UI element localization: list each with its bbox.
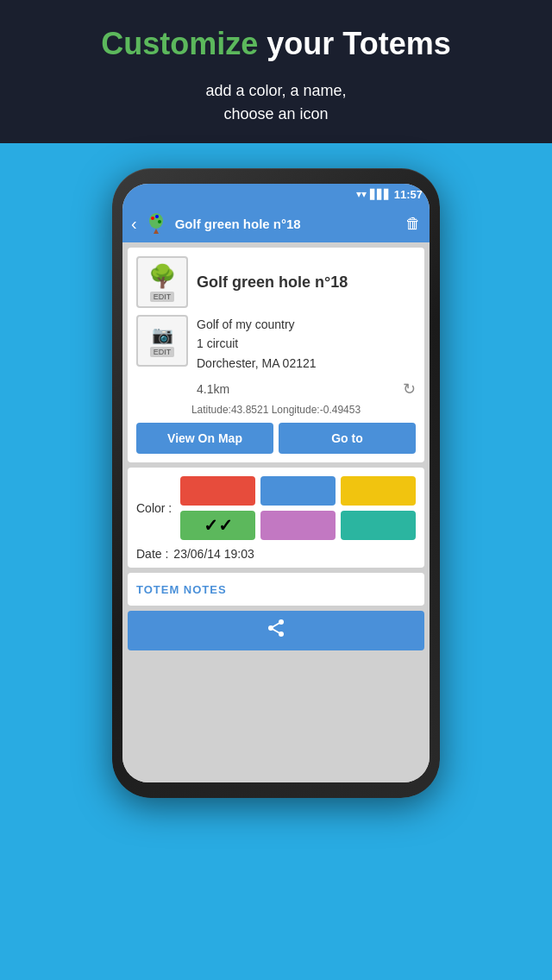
app-bar-icon bbox=[144, 211, 168, 236]
color-swatch-4[interactable] bbox=[260, 511, 336, 540]
address-line1: Golf of my country bbox=[197, 317, 295, 331]
svg-line-8 bbox=[271, 622, 281, 628]
date-value: 23/06/14 19:03 bbox=[173, 547, 254, 561]
color-label: Color : bbox=[136, 501, 172, 515]
address-line3: Dorchester, MA 02121 bbox=[197, 356, 317, 370]
color-swatch-2[interactable] bbox=[341, 476, 416, 506]
back-button[interactable]: ‹ bbox=[131, 214, 137, 234]
date-row: Date : 23/06/14 19:03 bbox=[136, 547, 416, 561]
color-swatch-5[interactable] bbox=[341, 511, 416, 540]
top-banner: Customize your Totems add a color, a nam… bbox=[0, 0, 552, 143]
banner-subtitle-line2: choose an icon bbox=[223, 105, 328, 122]
color-swatch-0[interactable] bbox=[180, 476, 255, 506]
color-swatch-1[interactable] bbox=[260, 476, 336, 506]
color-card: Color : ✓ Date : 23/06/14 19:03 bbox=[128, 468, 424, 568]
totem-name: Golf green hole n°18 bbox=[197, 273, 348, 292]
go-to-button[interactable]: Go to bbox=[279, 423, 416, 454]
signal-icon: ▋▋▋ bbox=[370, 189, 391, 200]
app-bar-title: Golf green hole n°18 bbox=[175, 217, 398, 231]
banner-title-white: your Totems bbox=[258, 26, 450, 61]
name-row: 🌳 EDIT Golf green hole n°18 bbox=[136, 256, 416, 308]
notes-title: TOTEM NOTES bbox=[136, 583, 227, 596]
tree-icon: 🌳 bbox=[148, 263, 176, 290]
banner-subtitle-line1: add a color, a name, bbox=[205, 82, 346, 99]
main-content: 🌳 EDIT Golf green hole n°18 📷 EDIT Golf … bbox=[122, 242, 430, 782]
color-swatch-3[interactable]: ✓ bbox=[180, 511, 255, 540]
banner-title: Customize your Totems bbox=[17, 26, 535, 62]
coordinates-text: Latitude:43.8521 Longitude:-0.49453 bbox=[136, 404, 416, 416]
address-row: 📷 EDIT Golf of my country 1 circuit Dorc… bbox=[136, 315, 416, 373]
share-button[interactable] bbox=[128, 611, 424, 650]
app-bar: ‹ Golf green hole n°18 🗑 bbox=[122, 204, 430, 242]
address-line2: 1 circuit bbox=[197, 336, 238, 350]
photo-box[interactable]: 📷 EDIT bbox=[136, 315, 188, 367]
svg-point-2 bbox=[151, 217, 154, 220]
address-text: Golf of my country 1 circuit Dorchester,… bbox=[197, 315, 317, 373]
svg-line-9 bbox=[271, 628, 281, 634]
phone-device: ▾▾ ▋▋▋ 11:57 ‹ Golf green hole n°18 🗑 bbox=[112, 168, 440, 798]
svg-point-4 bbox=[158, 220, 161, 223]
status-bar: ▾▾ ▋▋▋ 11:57 bbox=[122, 184, 430, 204]
info-card: 🌳 EDIT Golf green hole n°18 📷 EDIT Golf … bbox=[128, 248, 424, 462]
icon-edit-label: EDIT bbox=[150, 292, 175, 302]
share-icon bbox=[266, 618, 286, 644]
refresh-button[interactable]: ↻ bbox=[403, 380, 416, 399]
photo-edit-label: EDIT bbox=[150, 347, 175, 357]
trash-button[interactable]: 🗑 bbox=[405, 215, 421, 233]
date-label: Date : bbox=[136, 547, 168, 561]
notes-card: TOTEM NOTES bbox=[128, 573, 424, 606]
camera-icon: 📷 bbox=[152, 324, 173, 345]
status-time: 11:57 bbox=[394, 188, 423, 201]
distance-text: 4.1km bbox=[197, 382, 229, 396]
action-buttons: View On Map Go to bbox=[136, 423, 416, 454]
color-row: Color : ✓ bbox=[136, 476, 416, 540]
banner-subtitle: add a color, a name, choose an icon bbox=[17, 79, 535, 126]
svg-point-3 bbox=[155, 215, 159, 218]
totem-icon-box[interactable]: 🌳 EDIT bbox=[136, 256, 188, 308]
banner-title-green: Customize bbox=[101, 26, 258, 61]
distance-row: 4.1km ↻ bbox=[136, 380, 416, 399]
view-on-map-button[interactable]: View On Map bbox=[136, 423, 273, 454]
color-grid: ✓ bbox=[180, 476, 416, 540]
wifi-icon: ▾▾ bbox=[356, 188, 367, 200]
phone-screen: ▾▾ ▋▋▋ 11:57 ‹ Golf green hole n°18 🗑 bbox=[122, 184, 430, 782]
svg-marker-1 bbox=[154, 229, 159, 234]
